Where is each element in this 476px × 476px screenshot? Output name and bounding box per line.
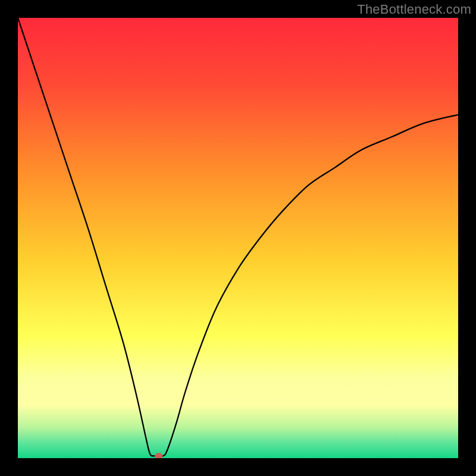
plot-area [18, 18, 458, 458]
watermark-text: TheBottleneck.com [357, 2, 471, 17]
chart-frame: TheBottleneck.com [0, 0, 476, 476]
gradient-background [18, 18, 458, 458]
chart-svg [18, 18, 458, 458]
